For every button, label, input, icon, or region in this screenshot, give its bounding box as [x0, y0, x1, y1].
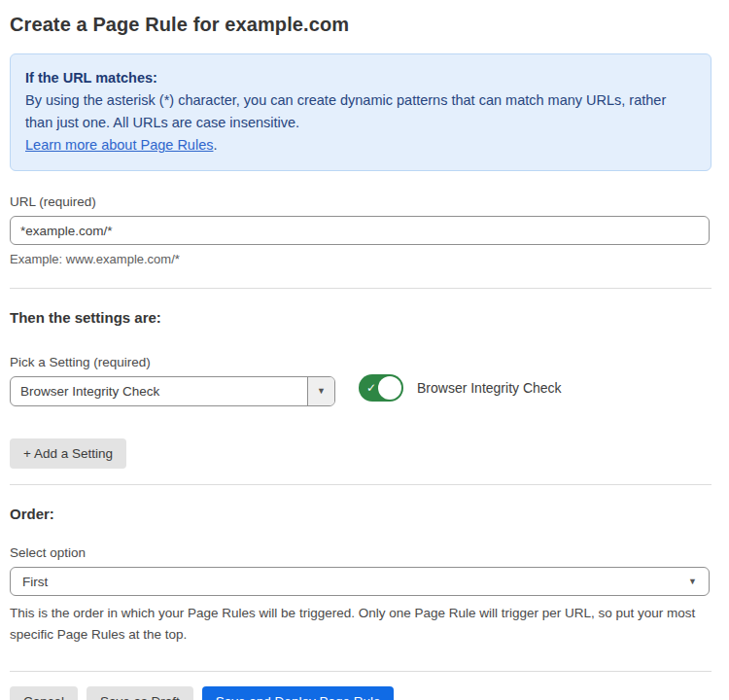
- chevron-down-icon: ▼: [317, 387, 326, 396]
- setting-dropdown-arrow-button[interactable]: ▼: [307, 377, 334, 405]
- info-box-body: By using the asterisk (*) character, you…: [25, 89, 696, 134]
- order-select[interactable]: First ▼: [10, 567, 710, 596]
- chevron-down-icon: ▼: [688, 578, 697, 586]
- toggle-label: Browser Integrity Check: [417, 380, 562, 396]
- page-title: Create a Page Rule for example.com: [10, 14, 712, 36]
- check-icon: ✓: [366, 380, 376, 396]
- toggle-knob: [378, 376, 401, 400]
- url-match-info-box: If the URL matches: By using the asteris…: [10, 53, 712, 171]
- browser-integrity-toggle[interactable]: ✓: [359, 374, 403, 402]
- save-and-deploy-button[interactable]: Save and Deploy Page Rule: [202, 686, 395, 700]
- url-field-label: URL (required): [10, 194, 712, 209]
- setting-toggle-group: ✓ Browser Integrity Check: [359, 374, 562, 402]
- divider: [10, 671, 712, 672]
- select-option-label: Select option: [10, 545, 712, 560]
- setting-row: Browser Integrity Check ▼ ✓ Browser Inte…: [10, 376, 712, 406]
- order-help-text: This is the order in which your Page Rul…: [10, 603, 712, 646]
- add-setting-button[interactable]: + Add a Setting: [10, 438, 126, 469]
- setting-block: Pick a Setting (required) Browser Integr…: [10, 355, 712, 406]
- url-input[interactable]: [10, 216, 710, 245]
- footer-actions: Cancel Save as Draft Save and Deploy Pag…: [10, 686, 712, 700]
- divider: [10, 484, 712, 485]
- divider: [10, 288, 712, 289]
- link-suffix: .: [213, 137, 217, 153]
- info-box-link-row: Learn more about Page Rules.: [25, 134, 696, 157]
- learn-more-link[interactable]: Learn more about Page Rules: [25, 137, 213, 153]
- url-example-helper: Example: www.example.com/*: [10, 252, 712, 266]
- info-box-heading: If the URL matches:: [25, 67, 696, 89]
- settings-section-heading: Then the settings are:: [10, 309, 712, 326]
- setting-dropdown-value: Browser Integrity Check: [11, 377, 307, 405]
- order-section: Order: Select option First ▼ This is the…: [10, 506, 712, 646]
- setting-dropdown[interactable]: Browser Integrity Check ▼: [10, 376, 335, 406]
- pick-setting-label: Pick a Setting (required): [10, 355, 712, 369]
- save-as-draft-button[interactable]: Save as Draft: [87, 686, 193, 700]
- order-select-value: First: [22, 575, 48, 589]
- cancel-button[interactable]: Cancel: [10, 686, 78, 700]
- create-page-rule-panel: Create a Page Rule for example.com If th…: [0, 0, 729, 700]
- order-heading: Order:: [10, 506, 712, 522]
